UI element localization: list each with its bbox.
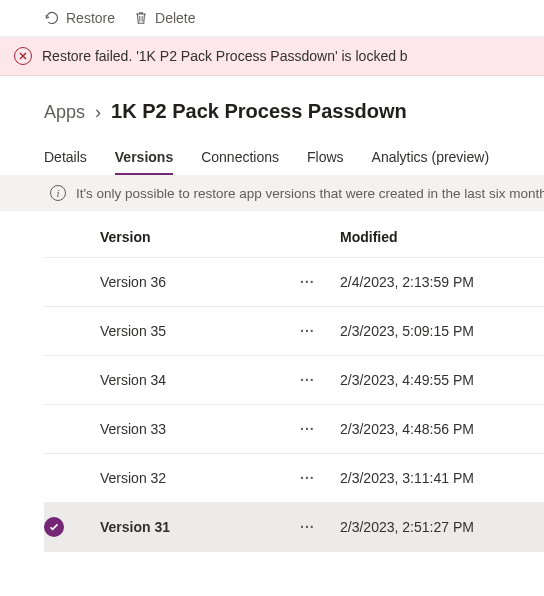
version-name: Version 32 — [100, 470, 300, 486]
modified-date: 2/3/2023, 3:11:41 PM — [340, 470, 544, 486]
modified-date: 2/3/2023, 4:49:55 PM — [340, 372, 544, 388]
table-row[interactable]: Version 33···2/3/2023, 4:48:56 PM — [44, 405, 544, 454]
info-icon: i — [50, 185, 66, 201]
checkmark-icon — [44, 517, 64, 537]
restore-label: Restore — [66, 10, 115, 26]
more-actions-button[interactable]: ··· — [300, 275, 340, 289]
error-text: Restore failed. '1K P2 Pack Process Pass… — [42, 48, 408, 64]
modified-date: 2/3/2023, 5:09:15 PM — [340, 323, 544, 339]
delete-label: Delete — [155, 10, 195, 26]
error-banner: Restore failed. '1K P2 Pack Process Pass… — [0, 37, 544, 76]
version-name: Version 34 — [100, 372, 300, 388]
chevron-right-icon: › — [95, 102, 101, 123]
tab-flows[interactable]: Flows — [307, 149, 344, 175]
info-notice: i It's only possible to restore app vers… — [0, 175, 544, 211]
breadcrumb: Apps › 1K P2 Pack Process Passdown — [0, 76, 544, 127]
restore-icon — [44, 10, 60, 26]
table-row[interactable]: Version 35···2/3/2023, 5:09:15 PM — [44, 307, 544, 356]
tabs: Details Versions Connections Flows Analy… — [0, 127, 544, 175]
more-actions-button[interactable]: ··· — [300, 373, 340, 387]
trash-icon — [133, 10, 149, 26]
modified-date: 2/3/2023, 2:51:27 PM — [340, 519, 544, 535]
restore-button[interactable]: Restore — [44, 10, 115, 26]
table-row[interactable]: Version 31···2/3/2023, 2:51:27 PM — [44, 503, 544, 552]
versions-table: Version Modified Version 36···2/4/2023, … — [0, 211, 544, 552]
breadcrumb-root[interactable]: Apps — [44, 102, 85, 123]
table-header: Version Modified — [44, 211, 544, 258]
info-text: It's only possible to restore app versio… — [76, 186, 544, 201]
table-row[interactable]: Version 32···2/3/2023, 3:11:41 PM — [44, 454, 544, 503]
col-modified[interactable]: Modified — [340, 229, 544, 245]
version-name: Version 31 — [100, 519, 300, 535]
toolbar: Restore Delete — [0, 0, 544, 37]
more-actions-button[interactable]: ··· — [300, 520, 340, 534]
col-version[interactable]: Version — [100, 229, 300, 245]
error-icon — [14, 47, 32, 65]
tab-versions[interactable]: Versions — [115, 149, 173, 175]
modified-date: 2/4/2023, 2:13:59 PM — [340, 274, 544, 290]
version-name: Version 36 — [100, 274, 300, 290]
table-row[interactable]: Version 36···2/4/2023, 2:13:59 PM — [44, 258, 544, 307]
delete-button[interactable]: Delete — [133, 10, 195, 26]
version-name: Version 33 — [100, 421, 300, 437]
tab-connections[interactable]: Connections — [201, 149, 279, 175]
more-actions-button[interactable]: ··· — [300, 324, 340, 338]
more-actions-button[interactable]: ··· — [300, 422, 340, 436]
more-actions-button[interactable]: ··· — [300, 471, 340, 485]
version-name: Version 35 — [100, 323, 300, 339]
table-row[interactable]: Version 34···2/3/2023, 4:49:55 PM — [44, 356, 544, 405]
modified-date: 2/3/2023, 4:48:56 PM — [340, 421, 544, 437]
tab-analytics[interactable]: Analytics (preview) — [372, 149, 489, 175]
tab-details[interactable]: Details — [44, 149, 87, 175]
page-title: 1K P2 Pack Process Passdown — [111, 100, 407, 123]
